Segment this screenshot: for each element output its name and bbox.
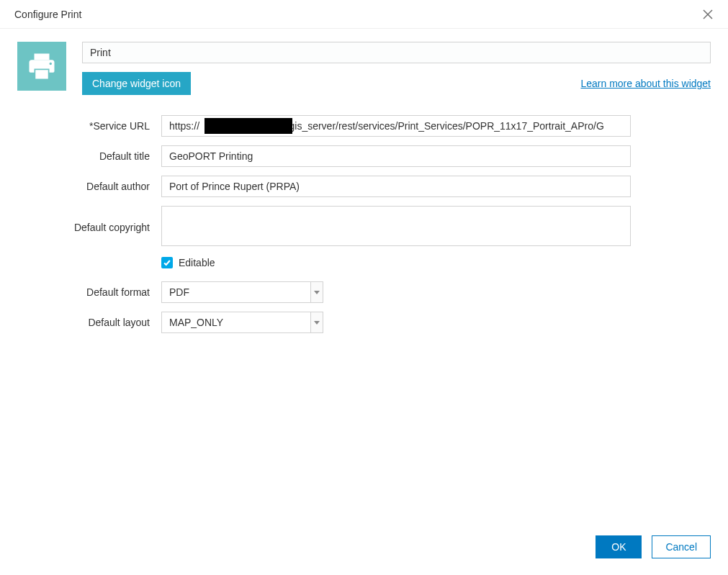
label-default-layout: Default layout bbox=[17, 317, 161, 328]
dialog-header: Configure Print bbox=[0, 0, 728, 29]
widget-header-row2: Change widget icon Learn more about this… bbox=[82, 72, 711, 95]
editable-checkbox[interactable] bbox=[161, 257, 173, 268]
default-format-caret[interactable] bbox=[310, 281, 323, 303]
close-icon bbox=[703, 9, 713, 19]
row-service-url: *Service URL bbox=[17, 115, 711, 137]
row-default-copyright: Default copyright bbox=[17, 206, 711, 248]
chevron-down-icon bbox=[314, 320, 320, 325]
default-layout-caret[interactable] bbox=[310, 312, 323, 333]
default-author-input[interactable] bbox=[161, 176, 631, 197]
label-service-url: *Service URL bbox=[17, 120, 161, 132]
form-area: *Service URL Default title Default autho… bbox=[17, 115, 711, 333]
svg-marker-3 bbox=[314, 321, 320, 325]
row-default-format: Default format PDF bbox=[17, 281, 711, 303]
row-default-title: Default title bbox=[17, 145, 711, 167]
svg-marker-2 bbox=[314, 291, 320, 294]
editable-label: Editable bbox=[179, 257, 215, 268]
default-format-select[interactable]: PDF bbox=[161, 281, 323, 303]
row-default-layout: Default layout MAP_ONLY bbox=[17, 312, 711, 333]
widget-header-right: Change widget icon Learn more about this… bbox=[82, 42, 711, 95]
widget-header-row: Change widget icon Learn more about this… bbox=[17, 42, 711, 95]
label-default-author: Default author bbox=[17, 181, 161, 192]
learn-more-link[interactable]: Learn more about this widget bbox=[580, 78, 711, 89]
label-default-title: Default title bbox=[17, 150, 161, 162]
default-layout-select[interactable]: MAP_ONLY bbox=[161, 312, 323, 333]
ok-button[interactable]: OK bbox=[596, 535, 642, 558]
default-format-value: PDF bbox=[161, 281, 310, 303]
default-layout-value: MAP_ONLY bbox=[161, 312, 310, 333]
dialog-footer: OK Cancel bbox=[0, 529, 728, 575]
label-default-copyright: Default copyright bbox=[17, 222, 161, 233]
service-url-input[interactable] bbox=[161, 115, 631, 137]
close-button[interactable] bbox=[702, 9, 714, 20]
row-default-author: Default author bbox=[17, 176, 711, 197]
default-copyright-input[interactable] bbox=[161, 206, 631, 246]
check-icon bbox=[163, 258, 171, 267]
cancel-button[interactable]: Cancel bbox=[652, 535, 711, 558]
row-editable: Editable bbox=[161, 257, 711, 268]
chevron-down-icon bbox=[314, 289, 320, 295]
default-title-input[interactable] bbox=[161, 145, 631, 167]
dialog-title: Configure Print bbox=[14, 9, 81, 20]
change-widget-icon-button[interactable]: Change widget icon bbox=[82, 72, 191, 95]
print-icon bbox=[27, 51, 57, 81]
widget-name-input[interactable] bbox=[82, 42, 711, 63]
dialog-body: Change widget icon Learn more about this… bbox=[0, 29, 728, 529]
widget-icon-tile[interactable] bbox=[17, 42, 66, 91]
configure-print-dialog: Configure Print Change widget icon Learn… bbox=[0, 0, 728, 575]
label-default-format: Default format bbox=[17, 286, 161, 298]
